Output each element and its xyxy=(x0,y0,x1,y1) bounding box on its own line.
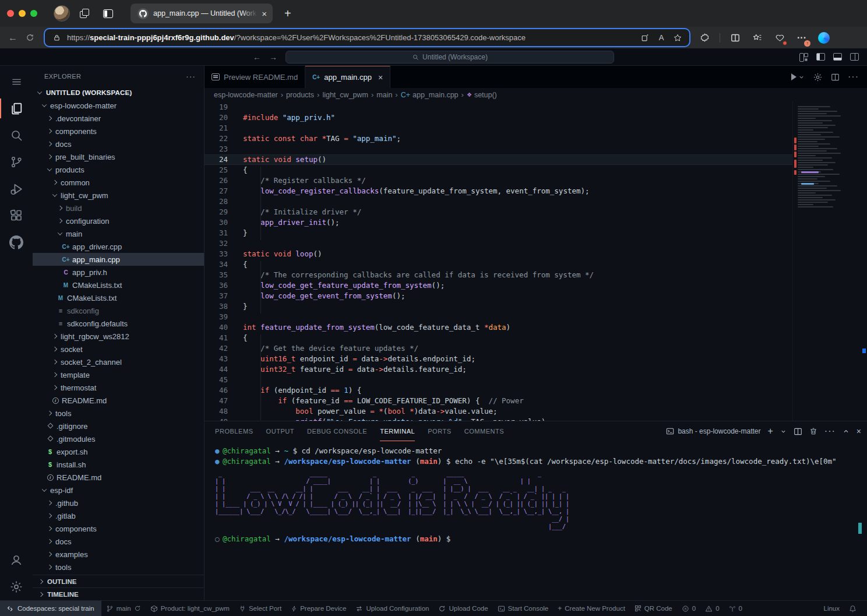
status-create-new-product[interactable]: +Create New Product xyxy=(553,601,630,616)
tree-folder-socket[interactable]: socket xyxy=(33,343,204,355)
tree-file-app-main-cpp[interactable]: C+app_main.cpp xyxy=(33,253,204,266)
source-control-icon[interactable] xyxy=(0,149,33,175)
search-icon[interactable] xyxy=(0,122,33,149)
tree-folder-socket-2-channel[interactable]: socket_2_channel xyxy=(33,355,204,368)
panel-tab-output[interactable]: OUTPUT xyxy=(266,421,295,441)
panel-tab-debug-console[interactable]: DEBUG CONSOLE xyxy=(307,421,367,441)
collections-icon[interactable] xyxy=(76,5,93,22)
tree-file-readme-md[interactable]: iREADME.md xyxy=(33,394,204,407)
toggle-secondary-sidebar-icon[interactable] xyxy=(850,53,859,61)
breadcrumb-item[interactable]: main xyxy=(376,91,392,99)
breadcrumb-item[interactable]: light_cw_pwm xyxy=(322,91,368,99)
close-panel-icon[interactable]: × xyxy=(857,427,861,436)
tree-file-readme-md[interactable]: iREADME.md xyxy=(33,471,204,484)
status-upload-configuration[interactable]: Upload Configuration xyxy=(351,601,434,616)
tree-folder-docs[interactable]: docs xyxy=(33,535,204,548)
tree-folder--github[interactable]: .github xyxy=(33,497,204,509)
run-button[interactable] xyxy=(791,73,805,80)
address-bar[interactable]: https://special-train-pppj6pj4rxf6r9g.gi… xyxy=(45,29,689,46)
status-upload-code[interactable]: Upload Code xyxy=(434,601,492,616)
tree-file--gitignore[interactable]: .gitignore xyxy=(33,420,204,432)
breadcrumb-item[interactable]: C+app_main.cpp xyxy=(401,91,459,99)
status-bell[interactable] xyxy=(844,601,861,616)
maximize-window-button[interactable] xyxy=(30,10,37,17)
extensions-icon[interactable] xyxy=(0,202,33,229)
status-product-light-cw-pwm[interactable]: Product: light_cw_pwm xyxy=(146,601,234,616)
page-actions-icon[interactable] xyxy=(639,34,651,42)
tree-file-sdkconfig-defaults[interactable]: ≡sdkconfig.defaults xyxy=(33,317,204,330)
terminal-instance-label[interactable]: bash - esp-lowcode-matter xyxy=(666,427,760,435)
github-icon[interactable] xyxy=(0,229,33,256)
tree-folder-configuration[interactable]: configuration xyxy=(33,214,204,227)
tree-file-install-sh[interactable]: $install.sh xyxy=(33,458,204,471)
toggle-panel-icon[interactable] xyxy=(833,53,842,61)
tree-folder-light-rgbcw-ws2812[interactable]: light_rgbcw_ws2812 xyxy=(33,330,204,343)
toggle-sidebar-icon[interactable] xyxy=(816,53,825,61)
window-controls[interactable] xyxy=(7,10,37,17)
menu-icon[interactable] xyxy=(0,68,33,95)
breadcrumb-item[interactable]: ❖setup() xyxy=(467,91,497,99)
split-editor-icon[interactable] xyxy=(831,73,840,82)
status-0[interactable]: 0 xyxy=(700,601,724,616)
status-qr-code[interactable]: QR Code xyxy=(630,601,677,616)
history-back-icon[interactable]: ← xyxy=(253,52,261,62)
kill-terminal-icon[interactable] xyxy=(809,427,817,435)
maximize-panel-icon[interactable] xyxy=(843,428,850,435)
code-editor[interactable]: 1920#include "app_priv.h"2122static cons… xyxy=(205,101,867,421)
editor-settings-icon[interactable] xyxy=(813,72,823,82)
explorer-icon[interactable] xyxy=(0,95,33,122)
tree-file-export-sh[interactable]: $export.sh xyxy=(33,445,204,458)
breadcrumb-item[interactable]: esp-lowcode-matter xyxy=(214,91,278,99)
panel-tab-terminal[interactable]: TERMINAL xyxy=(380,421,415,441)
settings-icon[interactable] xyxy=(0,573,33,600)
editor-tab-preview-readme-md[interactable]: Preview README.md xyxy=(205,66,305,88)
account-icon[interactable] xyxy=(0,547,33,573)
tree-file-sdkconfig[interactable]: ≡sdkconfig xyxy=(33,304,204,317)
customize-layout-icon[interactable] xyxy=(799,53,808,61)
more-toolbar-icon[interactable]: ···↑ xyxy=(795,31,809,45)
favorite-star-icon[interactable] xyxy=(672,33,683,43)
close-tab-icon[interactable]: × xyxy=(262,9,267,19)
tree-folder-esp-lowcode-matter[interactable]: esp-lowcode-matter xyxy=(33,99,204,112)
tree-folder--gitlab[interactable]: .gitlab xyxy=(33,509,204,522)
status-os-label[interactable]: Linux xyxy=(819,601,845,616)
tree-folder-common[interactable]: common xyxy=(33,176,204,189)
explorer-more-actions-icon[interactable]: ··· xyxy=(186,72,196,81)
tree-folder--devcontainer[interactable]: .devcontainer xyxy=(33,112,204,125)
status-prepare-device[interactable]: Prepare Device xyxy=(286,601,351,616)
favorites-bar-icon[interactable] xyxy=(750,31,764,45)
more-actions-icon[interactable]: ··· xyxy=(848,72,859,82)
tree-file-app-priv-h[interactable]: Capp_priv.h xyxy=(33,266,204,279)
sidebar-section-outline[interactable]: OUTLINE xyxy=(33,575,204,587)
terminal[interactable]: ●@chiragatal → ~ $ cd /workspace/esp-low… xyxy=(205,441,867,600)
tree-folder-light-cw-pwm[interactable]: light_cw_pwm xyxy=(33,189,204,202)
tree-folder-products[interactable]: products xyxy=(33,163,204,176)
tree-folder-thermostat[interactable]: thermostat xyxy=(33,381,204,394)
back-icon[interactable]: ← xyxy=(8,33,17,43)
status-0[interactable]: 0 xyxy=(724,601,747,616)
status-0[interactable]: 0 xyxy=(677,601,700,616)
health-icon[interactable] xyxy=(773,31,787,45)
tab-overview-icon[interactable] xyxy=(99,5,117,22)
tree-file--gitmodules[interactable]: .gitmodules xyxy=(33,432,204,445)
status-codespaces-special-train[interactable]: Codespaces: special train xyxy=(0,601,101,616)
command-center[interactable]: Untitled (Workspace) xyxy=(286,51,614,64)
tree-file-app-driver-cpp[interactable]: C+app_driver.cpp xyxy=(33,240,204,253)
panel-more-icon[interactable]: ··· xyxy=(824,426,836,437)
browser-essentials-icon[interactable] xyxy=(697,31,711,45)
breadcrumb-item[interactable]: products xyxy=(286,91,314,99)
tree-file-cmakelists-txt[interactable]: MCMakeLists.txt xyxy=(33,279,204,291)
tree-folder-components[interactable]: components xyxy=(33,522,204,535)
minimize-window-button[interactable] xyxy=(19,10,26,17)
profile-avatar[interactable] xyxy=(54,5,70,22)
tree-folder-docs[interactable]: docs xyxy=(33,138,204,150)
tree-folder-tools[interactable]: tools xyxy=(33,561,204,573)
panel-tab-problems[interactable]: PROBLEMS xyxy=(215,421,253,441)
tree-folder-components[interactable]: components xyxy=(33,125,204,138)
tree-folder-main[interactable]: main xyxy=(33,227,204,240)
tree-file-cmakelists-txt[interactable]: MCMakeLists.txt xyxy=(33,291,204,304)
panel-tab-comments[interactable]: COMMENTS xyxy=(464,421,505,441)
split-screen-icon[interactable] xyxy=(728,31,742,45)
close-window-button[interactable] xyxy=(7,10,14,17)
panel-tab-ports[interactable]: PORTS xyxy=(428,421,451,441)
